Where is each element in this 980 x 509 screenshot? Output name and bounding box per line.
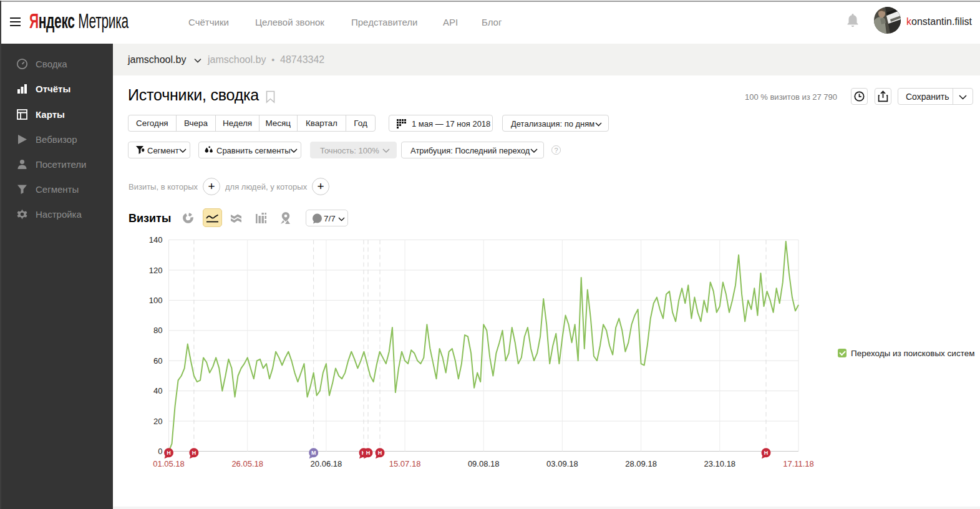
svg-text:140: 140 [149, 235, 163, 245]
svg-text:М: М [311, 450, 316, 456]
svg-text:17.11.18: 17.11.18 [783, 459, 814, 468]
svg-text:23.10.18: 23.10.18 [704, 459, 735, 468]
svg-text:100: 100 [149, 296, 163, 305]
svg-text:20.06.18: 20.06.18 [311, 459, 342, 468]
svg-text:20: 20 [153, 417, 162, 426]
svg-text:Н: Н [167, 450, 171, 456]
svg-text:Н: Н [764, 450, 769, 456]
svg-text:60: 60 [153, 356, 162, 366]
svg-text:80: 80 [153, 326, 162, 335]
svg-text:03.09.18: 03.09.18 [546, 459, 578, 468]
svg-text:15.07.18: 15.07.18 [389, 459, 421, 468]
svg-text:26.05.18: 26.05.18 [231, 459, 263, 468]
svg-text:09.08.18: 09.08.18 [468, 459, 500, 468]
svg-text:0: 0 [158, 447, 162, 456]
svg-text:120: 120 [149, 266, 163, 275]
svg-text:28.09.18: 28.09.18 [625, 459, 657, 468]
svg-text:Н: Н [378, 450, 382, 456]
svg-text:Н: Н [192, 450, 196, 456]
svg-text:01.05.18: 01.05.18 [153, 459, 185, 468]
svg-text:40: 40 [153, 386, 162, 395]
svg-text:Н: Н [366, 450, 371, 456]
